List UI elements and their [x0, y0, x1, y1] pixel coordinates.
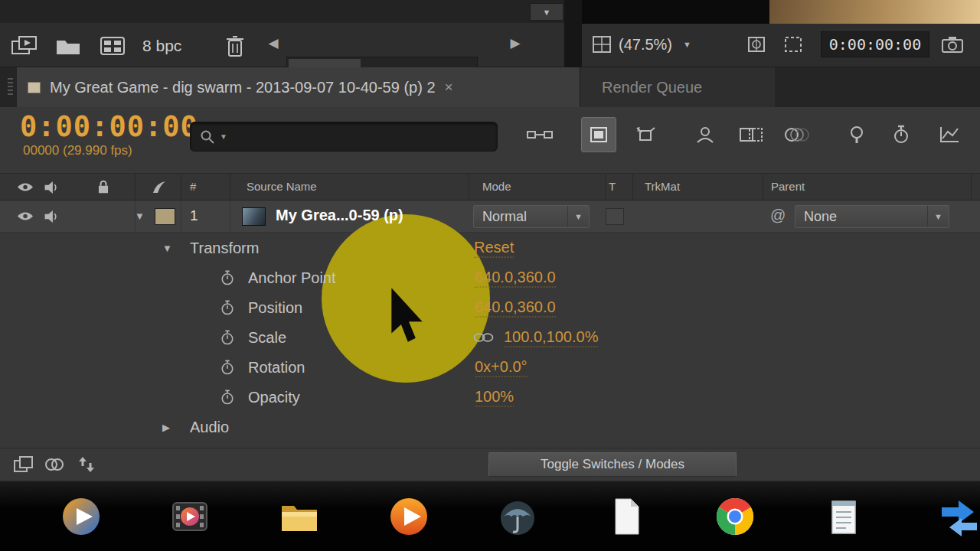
column-divider[interactable] — [181, 174, 181, 200]
panel-grip[interactable] — [8, 78, 13, 96]
col-trkmat[interactable]: TrkMat — [645, 180, 680, 193]
layer-eye-icon[interactable] — [17, 210, 34, 222]
layer-expand-triangle-icon[interactable]: ▼ — [135, 210, 145, 222]
stopwatch-icon[interactable] — [220, 359, 234, 375]
stopwatch-icon[interactable] — [220, 269, 234, 285]
frame-blending-button[interactable] — [733, 117, 769, 152]
snapshot-button[interactable] — [937, 30, 968, 59]
stopwatch-icon[interactable] — [220, 389, 234, 405]
taskbar-media-player-orange[interactable] — [388, 496, 430, 537]
taskbar-blank-document[interactable] — [606, 496, 647, 537]
stopwatch-icon[interactable] — [220, 299, 234, 315]
panel-scroll-button[interactable]: ▼ — [530, 3, 564, 21]
expand-inout-panes-button[interactable] — [74, 453, 100, 476]
layer-row[interactable]: ▼ 1 My Grea...0-59 (p) Normal ▼ @ None ▼ — [0, 201, 980, 233]
column-divider[interactable] — [469, 174, 469, 200]
close-icon[interactable]: × — [445, 79, 453, 96]
taskbar-movie-maker[interactable] — [169, 496, 211, 537]
interpret-footage-button[interactable] — [9, 32, 41, 60]
property-value[interactable]: 640.0,360.0 — [475, 298, 556, 317]
layer-label-swatch[interactable] — [155, 208, 175, 225]
mouse-cursor — [389, 287, 429, 347]
property-label[interactable]: Rotation — [248, 358, 305, 376]
property-label[interactable]: Opacity — [248, 388, 300, 406]
taskbar-file-explorer[interactable] — [279, 496, 320, 537]
col-source-name[interactable]: Source Name — [247, 180, 317, 193]
tab-timeline[interactable]: My Great Game - dig swarm - 2013-09-07 1… — [17, 67, 580, 107]
property-value[interactable]: 100% — [475, 387, 514, 406]
transform-group-label[interactable]: Transform — [190, 239, 259, 256]
constrain-link-icon[interactable] — [473, 332, 495, 343]
column-divider[interactable] — [971, 174, 972, 200]
umbrella-icon — [498, 497, 537, 536]
audio-group-row[interactable]: ▶ Audio — [0, 412, 980, 442]
preserve-transparency-checkbox[interactable] — [606, 208, 624, 225]
column-divider[interactable] — [632, 174, 633, 200]
auto-keyframe-button[interactable] — [884, 117, 919, 152]
group-expand-triangle-icon[interactable]: ▶ — [162, 421, 170, 432]
expand-transfer-controls-button[interactable] — [41, 453, 67, 476]
column-divider[interactable] — [605, 174, 606, 200]
hide-shy-layers-button[interactable] — [688, 117, 723, 152]
stopwatch-icon[interactable] — [220, 329, 234, 345]
property-row-scale[interactable]: Scale 100.0,100.0% — [0, 322, 980, 352]
column-divider[interactable] — [230, 174, 230, 200]
property-value[interactable]: 100.0,100.0% — [504, 328, 598, 347]
expand-layer-switches-button[interactable] — [11, 453, 37, 476]
scroll-right-button[interactable]: ▶ — [505, 35, 525, 51]
property-row-rotation[interactable]: Rotation 0x+0.0° — [0, 352, 980, 382]
live-update-button[interactable] — [581, 117, 616, 152]
audio-group-label[interactable]: Audio — [190, 418, 229, 435]
graph-editor-button[interactable] — [932, 117, 967, 152]
property-value[interactable]: 0x+0.0° — [475, 357, 528, 377]
delete-item-button[interactable] — [219, 32, 251, 60]
bit-depth-button[interactable]: 8 bpc — [142, 37, 181, 55]
property-row-position[interactable]: Position 640.0,360.0 — [0, 292, 980, 322]
taskbar-windows-media-player[interactable] — [60, 496, 102, 537]
scroll-left-button[interactable]: ◀ — [263, 35, 283, 51]
transparency-grid-button[interactable] — [741, 30, 772, 59]
col-parent[interactable]: Parent — [771, 180, 805, 193]
tab-render-queue[interactable]: Render Queue — [580, 67, 775, 107]
search-caret-icon[interactable]: ▼ — [220, 132, 227, 141]
parent-dropdown[interactable]: None ▼ — [795, 205, 949, 228]
col-mode[interactable]: Mode — [482, 180, 511, 193]
draft-3d-button[interactable] — [628, 117, 663, 152]
property-label[interactable]: Position — [248, 298, 302, 316]
column-divider[interactable] — [135, 174, 136, 200]
parent-pickwhip-icon[interactable]: @ — [770, 207, 786, 224]
motion-blur-button[interactable] — [779, 117, 815, 152]
current-time-display[interactable]: 0:00:00:00 — [20, 110, 198, 143]
property-value[interactable]: 640.0,360.0 — [475, 268, 556, 287]
magnification-dropdown[interactable]: (47.5%) ▼ — [619, 31, 733, 57]
timeline-tab-title: My Great Game - dig swarm - 2013-09-07 1… — [50, 79, 436, 96]
region-of-interest-button[interactable] — [778, 30, 808, 59]
group-collapse-triangle-icon[interactable]: ▼ — [162, 242, 172, 253]
property-label[interactable]: Anchor Point — [248, 269, 336, 286]
new-composition-button[interactable] — [96, 32, 129, 60]
timeline-search-input[interactable]: ▼ — [190, 122, 498, 152]
col-t[interactable]: T — [609, 180, 616, 193]
taskbar-notepad[interactable] — [823, 496, 864, 537]
blend-mode-dropdown[interactable]: Normal ▼ — [473, 205, 590, 228]
layer-name[interactable]: My Grea...0-59 (p) — [276, 207, 403, 224]
mini-flowchart-button[interactable] — [522, 117, 557, 152]
taskbar-umbrella-app[interactable] — [497, 496, 538, 537]
property-row-opacity[interactable]: Opacity 100% — [0, 382, 980, 412]
brainstorm-button[interactable] — [839, 117, 874, 152]
toggle-switches-modes-button[interactable]: Toggle Switches / Modes — [488, 452, 737, 477]
transform-group-row[interactable]: ▼ Transform Reset — [0, 233, 980, 262]
column-divider[interactable] — [763, 174, 763, 200]
triangle-left-icon: ◀ — [268, 36, 278, 51]
layer-audio-icon[interactable] — [44, 210, 58, 223]
taskbar-chrome[interactable] — [714, 496, 756, 537]
new-folder-button[interactable] — [52, 32, 84, 60]
taskbar-blue-arrows[interactable] — [939, 496, 980, 537]
composition-timecode[interactable]: 0:00:00:00 — [821, 31, 929, 57]
property-row-anchor-point[interactable]: Anchor Point 640.0,360.0 — [0, 262, 980, 292]
grid-options-button[interactable] — [586, 30, 617, 59]
frame-blending-icon — [739, 126, 763, 144]
property-label[interactable]: Scale — [248, 328, 286, 346]
transform-reset-link[interactable]: Reset — [474, 238, 514, 257]
col-number[interactable]: # — [190, 180, 196, 193]
